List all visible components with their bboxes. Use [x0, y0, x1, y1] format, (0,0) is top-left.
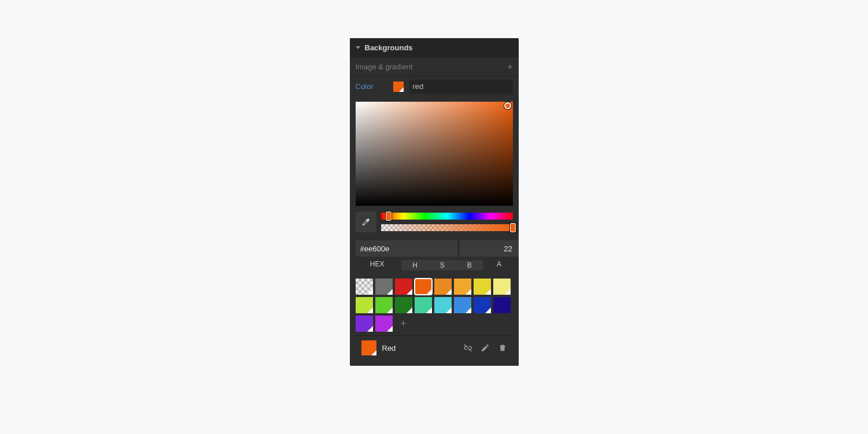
color-value-field[interactable]: red	[409, 80, 513, 94]
swatches-grid: +	[356, 279, 513, 332]
backgrounds-panel: Backgrounds Image & gradient + Color red	[350, 38, 519, 366]
swatch-orange-2[interactable]	[434, 279, 452, 295]
a-label: A	[485, 260, 512, 270]
eyedropper-button[interactable]	[356, 212, 376, 232]
saturation-brightness-area[interactable]	[356, 102, 513, 206]
unlink-icon[interactable]	[463, 343, 472, 353]
sb-handle[interactable]	[504, 102, 511, 109]
s-label: S	[429, 260, 456, 270]
trash-icon[interactable]	[498, 343, 507, 353]
swatch-detail-footer: Red	[356, 335, 513, 360]
hex-label: HEX	[356, 260, 399, 270]
add-swatch-button[interactable]: +	[395, 316, 412, 332]
image-gradient-row: Image & gradient +	[350, 57, 519, 76]
swatch-blue[interactable]	[454, 297, 471, 313]
swatch-yellow[interactable]	[474, 279, 491, 295]
swatch-magenta[interactable]	[375, 316, 393, 332]
current-color-swatch[interactable]	[393, 81, 404, 92]
h-input[interactable]	[460, 240, 519, 257]
swatch-grey[interactable]	[375, 279, 393, 295]
alpha-slider[interactable]	[381, 224, 513, 231]
swatch-amber[interactable]	[454, 279, 471, 295]
swatch-royal[interactable]	[474, 297, 491, 313]
swatch-cyan[interactable]	[434, 297, 452, 313]
swatch-dark-green[interactable]	[395, 297, 412, 313]
chevron-down-icon	[356, 46, 360, 49]
swatch-pale-yellow[interactable]	[493, 279, 511, 295]
hue-handle[interactable]	[386, 212, 391, 221]
swatch-teal[interactable]	[415, 297, 432, 313]
pencil-icon[interactable]	[481, 343, 490, 353]
eyedropper-icon	[361, 217, 371, 227]
alpha-handle[interactable]	[510, 223, 516, 232]
footer-swatch-name: Red	[382, 344, 457, 353]
section-title: Backgrounds	[365, 43, 413, 52]
add-image-gradient-button[interactable]: +	[507, 62, 512, 72]
swatch-navy[interactable]	[493, 297, 511, 313]
color-row: Color red	[350, 76, 519, 96]
hue-slider[interactable]	[381, 213, 513, 220]
swatch-orange[interactable]	[415, 279, 432, 295]
hex-input[interactable]	[356, 240, 457, 257]
swatch-green[interactable]	[375, 297, 393, 313]
swatch-violet[interactable]	[356, 316, 373, 332]
hsb-mode-toggle[interactable]: H S B	[401, 260, 483, 270]
color-value-text: red	[413, 82, 424, 91]
b-label: B	[456, 260, 483, 270]
footer-swatch[interactable]	[361, 340, 376, 355]
swatch-transparent[interactable]	[356, 279, 373, 295]
image-gradient-label: Image & gradient	[356, 62, 413, 71]
color-picker: HEX H S B A + Red	[350, 96, 519, 366]
swatch-lime[interactable]	[356, 297, 373, 313]
section-header[interactable]: Backgrounds	[350, 38, 519, 57]
swatch-red[interactable]	[395, 279, 412, 295]
h-label: H	[401, 260, 429, 270]
color-label: Color	[356, 82, 387, 91]
